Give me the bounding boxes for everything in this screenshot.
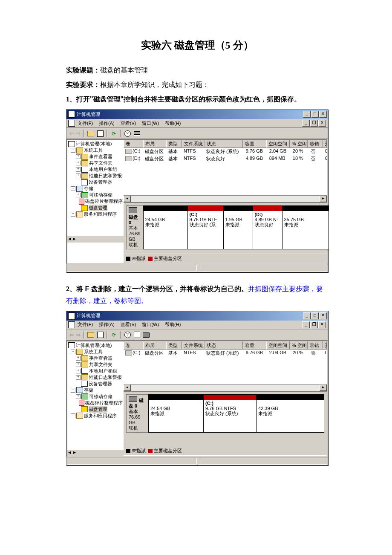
tree-diskmgmt[interactable]: 磁盘管理 xyxy=(89,406,107,413)
disk-button[interactable] xyxy=(142,331,150,339)
col-fault[interactable]: 容错 xyxy=(308,341,323,350)
col-ovh[interactable]: 开销 xyxy=(323,140,327,148)
partition[interactable]: 24.54 GB未指派 xyxy=(149,395,203,432)
close-button[interactable]: × xyxy=(319,312,327,319)
menu-view[interactable]: 查看(V) xyxy=(121,120,136,127)
tree-defrag[interactable]: 磁盘碎片整理程序 xyxy=(85,198,123,205)
expand-icon[interactable]: + xyxy=(76,394,81,399)
tree-users[interactable]: 本地用户和组 xyxy=(89,368,117,374)
tree-systools[interactable]: 系统工具 xyxy=(84,147,103,153)
tree-devmgr[interactable]: 设备管理器 xyxy=(89,381,112,387)
tree-perf[interactable]: 性能日志和警报 xyxy=(89,374,122,381)
tree-storage[interactable]: 存储 xyxy=(84,185,93,192)
refresh-button[interactable]: ⟳ xyxy=(110,331,118,339)
mdi-close-button[interactable]: × xyxy=(318,321,326,328)
list-button[interactable] xyxy=(133,129,141,138)
collapse-icon[interactable]: - xyxy=(71,186,75,191)
close-button[interactable]: × xyxy=(319,111,327,118)
mdi-close-button[interactable]: × xyxy=(318,120,326,127)
partition[interactable]: (D:)4.89 GB NT状态良好 xyxy=(253,206,282,249)
disk-label[interactable]: 磁盘 0 基本76.69 GB联机 xyxy=(126,205,143,249)
expand-icon[interactable]: + xyxy=(76,375,81,380)
expand-icon[interactable]: + xyxy=(76,356,81,361)
minimize-button[interactable]: _ xyxy=(303,111,311,118)
expand-icon[interactable]: + xyxy=(76,362,81,367)
collapse-icon[interactable]: - xyxy=(71,148,75,153)
minimize-button[interactable]: _ xyxy=(303,312,311,319)
col-volume[interactable]: 卷 xyxy=(124,341,143,350)
mdi-minimize-button[interactable]: _ xyxy=(302,321,310,328)
nav-tree[interactable]: 计算机管理(本地) -系统工具 +事件查看器 +共享文件夹 +本地用户和组 +性… xyxy=(67,140,124,235)
tree-root[interactable]: 计算机管理(本地) xyxy=(76,141,112,147)
volume-row[interactable]: (C:)磁盘分区基本NTFS状态良好 (系统)9.76 GB2.04 GB20 … xyxy=(124,350,327,357)
tree-diskmgmt[interactable]: 磁盘管理 xyxy=(89,205,107,211)
menu-file[interactable]: 文件(F) xyxy=(78,321,93,328)
volume-row[interactable]: (D:)磁盘分区基本NTFS状态良好4.89 GB894 MB18 %否0% xyxy=(124,155,327,162)
tree-defrag[interactable]: 磁盘碎片整理程序 xyxy=(85,400,123,406)
collapse-icon[interactable]: - xyxy=(71,350,75,354)
menu-window[interactable]: 窗口(W) xyxy=(142,120,159,127)
col-free[interactable]: 空闲空间 xyxy=(266,140,290,148)
collapse-icon[interactable]: - xyxy=(71,388,75,393)
properties-button[interactable] xyxy=(96,331,104,339)
nav-tree[interactable]: 计算机管理(本地) -系统工具 +事件查看器 +共享文件夹 +本地用户和组 +性… xyxy=(67,341,124,449)
disk-map[interactable]: 磁盘 0 基本76.69 GB联机 24.54 GB未指派(C:)9.76 GB… xyxy=(124,202,327,254)
up-folder-button[interactable] xyxy=(86,331,95,339)
col-fs[interactable]: 文件系统 xyxy=(182,341,205,350)
tree-removable[interactable]: 可移动存储 xyxy=(89,192,112,198)
help-button[interactable]: ? xyxy=(123,129,132,138)
mdi-minimize-button[interactable]: _ xyxy=(302,120,310,127)
grid-scrollbar[interactable]: ◄► xyxy=(124,384,327,391)
col-ovh[interactable]: 开销 xyxy=(323,341,327,350)
expand-icon[interactable]: + xyxy=(71,413,75,418)
forward-button[interactable]: ⇨ xyxy=(75,130,82,137)
mdi-restore-button[interactable]: ❐ xyxy=(310,321,318,328)
maximize-button[interactable]: □ xyxy=(311,111,319,118)
partition[interactable]: (C:)9.76 GB NTF状态良好 (系 xyxy=(187,206,223,249)
col-status[interactable]: 状态 xyxy=(205,140,243,148)
properties-button[interactable] xyxy=(96,129,104,138)
partition[interactable]: 24.54 GB未指派 xyxy=(144,206,187,249)
col-pct[interactable]: % 空闲 xyxy=(290,341,308,350)
col-fs[interactable]: 文件系统 xyxy=(182,140,205,148)
tree-event[interactable]: 事件查看器 xyxy=(89,355,112,361)
col-free[interactable]: 空闲空间 xyxy=(266,341,290,350)
tree-root[interactable]: 计算机管理(本地) xyxy=(76,342,112,349)
col-layout[interactable]: 布局 xyxy=(143,341,167,350)
tree-scrollbar[interactable]: ◄► xyxy=(67,450,124,456)
menu-action[interactable]: 操作(A) xyxy=(99,321,115,328)
tree-services[interactable]: 服务和应用程序 xyxy=(84,211,117,217)
tree-users[interactable]: 本地用户和组 xyxy=(89,166,117,173)
col-volume[interactable]: 卷 xyxy=(124,140,143,148)
col-cap[interactable]: 容量 xyxy=(243,341,266,350)
forward-button[interactable]: ⇨ xyxy=(75,332,82,338)
up-folder-button[interactable] xyxy=(86,129,95,138)
col-fault[interactable]: 容错 xyxy=(308,140,323,148)
expand-icon[interactable]: + xyxy=(76,369,81,373)
expand-icon[interactable]: + xyxy=(76,161,81,165)
partition[interactable]: 1.95 GB未指派 xyxy=(223,206,253,249)
menu-view[interactable]: 查看(V) xyxy=(121,321,136,328)
settings-button[interactable] xyxy=(133,331,141,339)
menu-help[interactable]: 帮助(H) xyxy=(165,321,181,328)
col-pct[interactable]: % 空闲 xyxy=(290,140,308,148)
expand-icon[interactable]: + xyxy=(76,154,81,159)
refresh-button[interactable]: ⟳ xyxy=(110,129,118,138)
partition[interactable]: (C:)9.76 GB NTFS状态良好 (系统) xyxy=(203,395,256,432)
tree-systools[interactable]: 系统工具 xyxy=(84,349,103,355)
expand-icon[interactable]: + xyxy=(76,173,81,178)
tree-removable[interactable]: 可移动存储 xyxy=(89,393,112,400)
tree-perf[interactable]: 性能日志和警报 xyxy=(89,173,122,179)
partition[interactable]: 42.39 GB未指派 xyxy=(256,395,324,432)
tree-event[interactable]: 事件查看器 xyxy=(89,153,112,160)
back-button[interactable]: ⇦ xyxy=(68,332,75,338)
expand-icon[interactable]: + xyxy=(76,167,81,172)
col-status[interactable]: 状态 xyxy=(205,341,243,350)
menu-action[interactable]: 操作(A) xyxy=(99,120,115,127)
help-button[interactable]: ? xyxy=(123,331,132,339)
expand-icon[interactable]: + xyxy=(71,212,75,217)
tree-shared[interactable]: 共享文件夹 xyxy=(89,361,112,368)
grid-scrollbar[interactable]: ◄► xyxy=(124,195,327,202)
col-layout[interactable]: 布局 xyxy=(143,140,167,148)
tree-storage[interactable]: 存储 xyxy=(84,387,93,393)
